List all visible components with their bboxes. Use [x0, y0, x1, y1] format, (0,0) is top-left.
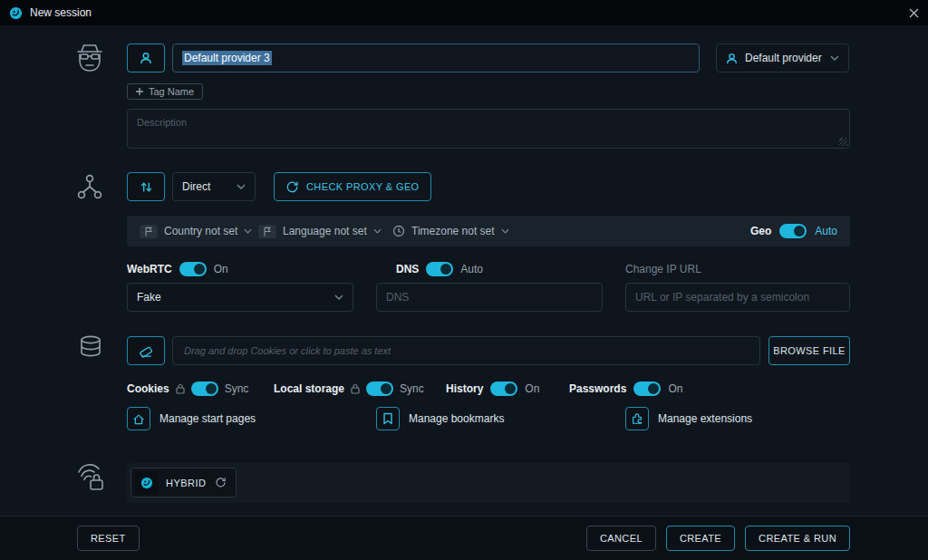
- description-field-wrap: [127, 109, 850, 149]
- add-tag-label: Tag Name: [149, 86, 194, 97]
- cookies-group: Cookies Sync: [127, 381, 248, 397]
- footer-bar: RESET CANCEL CREATE CREATE & RUN: [0, 516, 928, 560]
- fingerprint-mode-label: HYBRID: [166, 478, 207, 488]
- create-and-run-button[interactable]: CREATE & RUN: [745, 526, 850, 551]
- person-icon: [726, 53, 738, 64]
- webrtc-mode-label: Fake: [137, 291, 161, 304]
- data-section-icon: [78, 334, 103, 362]
- app-logo-icon: [9, 6, 23, 20]
- proxy-type-button[interactable]: [127, 172, 165, 201]
- cancel-button[interactable]: CANCEL: [586, 526, 656, 551]
- dns-state: Auto: [460, 263, 483, 275]
- swap-arrows-icon: [140, 180, 153, 194]
- country-label: Country not set: [164, 225, 237, 237]
- reset-label: RESET: [91, 533, 126, 544]
- footer-actions: CANCEL CREATE CREATE & RUN: [586, 526, 850, 551]
- local-storage-state: Sync: [400, 382, 424, 395]
- fingerprint-mode-button[interactable]: HYBRID: [130, 468, 237, 497]
- history-toggle[interactable]: [490, 381, 517, 396]
- puzzle-icon: [625, 407, 649, 430]
- history-group: History On: [446, 381, 539, 397]
- cookies-toggle[interactable]: [191, 381, 218, 396]
- provider-dropdown[interactable]: Default provider: [716, 43, 849, 72]
- clock-icon: [392, 225, 405, 237]
- reset-button[interactable]: RESET: [77, 526, 140, 551]
- dns-label: DNS: [396, 263, 419, 275]
- create-button[interactable]: CREATE: [666, 526, 735, 551]
- chevron-down-icon: [501, 228, 509, 234]
- person-icon: [140, 52, 152, 64]
- manage-bookmarks-label: Manage bookmarks: [409, 412, 504, 425]
- paste-cookies-button[interactable]: [127, 336, 165, 365]
- new-session-dialog: New session: [0, 0, 928, 560]
- chevron-down-icon: [373, 228, 382, 234]
- passwords-toggle[interactable]: [633, 381, 661, 396]
- lock-icon: [176, 383, 185, 394]
- manage-row: Manage start pages Manage bookmarks Mana…: [127, 407, 850, 430]
- language-label: Language not set: [283, 225, 367, 237]
- bookmark-icon: [376, 407, 400, 430]
- provider-dropdown-label: Default provider: [745, 52, 822, 64]
- change-ip-label: Change IP URL: [625, 263, 701, 275]
- home-icon: [127, 407, 150, 430]
- lock-icon: [351, 383, 360, 394]
- change-ip-url-input[interactable]: [625, 283, 850, 312]
- session-name-value: Default provider 3: [182, 51, 272, 65]
- eraser-icon: [139, 343, 153, 358]
- webrtc-group: WebRTC On: [127, 261, 228, 277]
- fingerprint-section-icon: [73, 460, 108, 495]
- close-icon[interactable]: [909, 8, 919, 18]
- change-ip-group: Change IP URL: [625, 261, 701, 277]
- dns-toggle[interactable]: [426, 262, 453, 276]
- regenerate-icon: [215, 477, 227, 488]
- webrtc-mode-dropdown[interactable]: Fake: [127, 283, 353, 312]
- create-and-run-label: CREATE & RUN: [759, 533, 836, 544]
- session-name-input[interactable]: Default provider 3: [172, 43, 700, 72]
- description-input[interactable]: [127, 109, 850, 149]
- proxy-mode-dropdown[interactable]: Direct: [172, 172, 256, 201]
- create-label: CREATE: [680, 533, 721, 544]
- dns-group: DNS Auto: [396, 261, 483, 277]
- manage-start-pages-button[interactable]: Manage start pages: [127, 407, 256, 430]
- profile-section-icon: [72, 40, 108, 74]
- country-dropdown[interactable]: Country not set: [140, 216, 252, 246]
- local-storage-group: Local storage Sync: [274, 381, 424, 397]
- storage-toggles-row: Cookies Sync Local storage Sync History …: [127, 381, 850, 397]
- geo-toggle[interactable]: [779, 224, 807, 238]
- dialog-title: New session: [30, 6, 92, 19]
- profile-avatar-button[interactable]: [127, 43, 165, 72]
- cookies-dropzone[interactable]: Drag and drop Cookies or click to paste …: [172, 336, 760, 365]
- cookies-label: Cookies: [127, 382, 169, 395]
- manage-extensions-button[interactable]: Manage extensions: [625, 407, 752, 430]
- webrtc-state: On: [214, 263, 228, 275]
- manage-bookmarks-button[interactable]: Manage bookmarks: [376, 407, 504, 430]
- add-tag-button[interactable]: Tag Name: [127, 83, 203, 100]
- geo-label: Geo: [750, 225, 771, 237]
- manage-extensions-label: Manage extensions: [658, 412, 752, 425]
- timezone-label: Timezone not set: [411, 225, 495, 237]
- proxy-mode-label: Direct: [182, 180, 210, 193]
- network-labels-row: WebRTC On DNS Auto Change IP URL: [127, 261, 850, 277]
- titlebar: New session: [0, 0, 928, 25]
- dns-input[interactable]: [376, 283, 603, 312]
- chevron-down-icon: [237, 184, 246, 189]
- brand-logo-icon: [135, 471, 158, 494]
- plus-icon: [136, 88, 143, 95]
- check-proxy-button[interactable]: CHECK PROXY & GEO: [274, 172, 431, 201]
- language-dropdown[interactable]: Language not set: [258, 216, 382, 246]
- timezone-dropdown[interactable]: Timezone not set: [392, 216, 509, 246]
- network-inputs-row: Fake: [127, 283, 850, 312]
- webrtc-toggle[interactable]: [179, 262, 207, 276]
- passwords-group: Passwords On: [569, 381, 682, 397]
- cookies-state: Sync: [225, 382, 249, 395]
- webrtc-label: WebRTC: [127, 263, 172, 275]
- geo-toggle-group: Geo Auto: [750, 216, 837, 246]
- passwords-label: Passwords: [569, 382, 626, 395]
- chevron-down-icon: [334, 294, 343, 300]
- browse-file-button[interactable]: BROWSE FILE: [768, 336, 850, 365]
- browse-file-label: BROWSE FILE: [773, 345, 846, 356]
- proxy-section-icon: [76, 173, 103, 200]
- geo-strip: Country not set Language not set Timezon…: [127, 216, 850, 246]
- flag-icon: [140, 225, 158, 238]
- local-storage-toggle[interactable]: [366, 381, 393, 396]
